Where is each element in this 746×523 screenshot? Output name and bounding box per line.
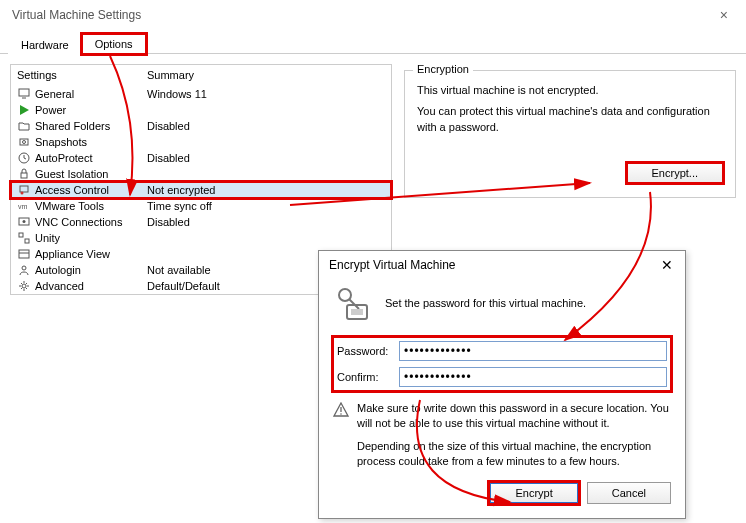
autologin-icon: [17, 263, 31, 277]
row-label: VNC Connections: [35, 216, 147, 228]
settings-row-vnc-connections[interactable]: VNC ConnectionsDisabled: [11, 214, 391, 230]
key-icon: [333, 283, 373, 323]
snapshot-icon: [17, 135, 31, 149]
svg-rect-14: [19, 250, 29, 258]
row-summary: Disabled: [147, 216, 385, 228]
settings-row-vmware-tools[interactable]: vmVMware ToolsTime sync off: [11, 198, 391, 214]
svg-marker-2: [20, 105, 29, 115]
svg-point-24: [340, 413, 342, 415]
row-label: Power: [35, 104, 147, 116]
svg-rect-12: [19, 233, 23, 237]
settings-row-general[interactable]: GeneralWindows 11: [11, 86, 391, 102]
tabstrip: Hardware Options: [0, 32, 746, 54]
header-settings: Settings: [17, 69, 147, 81]
clock-icon: [17, 151, 31, 165]
monitor-icon: [17, 87, 31, 101]
row-summary: Windows 11: [147, 88, 385, 100]
tools-icon: vm: [17, 199, 31, 213]
svg-text:vm: vm: [18, 203, 28, 210]
svg-point-17: [22, 284, 26, 288]
settings-row-guest-isolation[interactable]: Guest Isolation: [11, 166, 391, 182]
advanced-icon: [17, 279, 31, 293]
row-summary: Disabled: [147, 152, 385, 164]
header-summary: Summary: [147, 69, 385, 81]
encrypt-dialog: Encrypt Virtual Machine ✕ Set the passwo…: [318, 250, 686, 519]
dialog-close-icon[interactable]: ✕: [657, 257, 677, 273]
titlebar: Virtual Machine Settings ×: [0, 0, 746, 30]
groupbox-legend: Encryption: [413, 63, 473, 75]
svg-rect-3: [20, 139, 28, 145]
svg-rect-13: [25, 239, 29, 243]
play-icon: [17, 103, 31, 117]
unity-icon: [17, 231, 31, 245]
settings-row-shared-folders[interactable]: Shared FoldersDisabled: [11, 118, 391, 134]
confirm-label: Confirm:: [337, 371, 399, 383]
row-summary: Not encrypted: [147, 184, 385, 196]
confirm-field[interactable]: [399, 367, 667, 387]
svg-rect-0: [19, 89, 29, 96]
row-label: Autologin: [35, 264, 147, 276]
svg-point-16: [22, 266, 26, 270]
settings-row-autoprotect[interactable]: AutoProtectDisabled: [11, 150, 391, 166]
encrypt-button[interactable]: Encrypt...: [627, 163, 723, 183]
warning-icon: [333, 402, 349, 418]
svg-point-4: [23, 141, 26, 144]
dialog-note: Depending on the size of this virtual ma…: [357, 439, 671, 469]
encryption-line2: You can protect this virtual machine's d…: [417, 104, 723, 135]
lock-icon: [17, 167, 31, 181]
dialog-warning: Make sure to write down this password in…: [357, 401, 671, 431]
dialog-prompt: Set the password for this virtual machin…: [385, 297, 586, 309]
svg-rect-7: [20, 186, 28, 192]
row-summary: Time sync off: [147, 200, 385, 212]
row-label: Snapshots: [35, 136, 147, 148]
svg-rect-6: [21, 173, 27, 178]
settings-row-access-control[interactable]: Access ControlNot encrypted: [11, 182, 391, 198]
row-label: Appliance View: [35, 248, 147, 260]
dialog-encrypt-button[interactable]: Encrypt: [489, 482, 578, 504]
window-title: Virtual Machine Settings: [12, 8, 141, 22]
dialog-title: Encrypt Virtual Machine: [329, 258, 456, 272]
vnc-icon: [17, 215, 31, 229]
encryption-line1: This virtual machine is not encrypted.: [417, 83, 723, 98]
row-summary: Disabled: [147, 120, 385, 132]
access-icon: [17, 183, 31, 197]
settings-row-unity[interactable]: Unity: [11, 230, 391, 246]
settings-row-snapshots[interactable]: Snapshots: [11, 134, 391, 150]
row-label: Access Control: [35, 184, 147, 196]
tab-options[interactable]: Options: [82, 34, 146, 54]
svg-point-8: [21, 192, 24, 195]
appliance-icon: [17, 247, 31, 261]
folder-icon: [17, 119, 31, 133]
row-label: Guest Isolation: [35, 168, 147, 180]
list-header: Settings Summary: [11, 65, 391, 86]
encryption-groupbox: Encryption This virtual machine is not e…: [404, 70, 736, 198]
settings-row-power[interactable]: Power: [11, 102, 391, 118]
row-label: Unity: [35, 232, 147, 244]
row-label: General: [35, 88, 147, 100]
row-label: Shared Folders: [35, 120, 147, 132]
row-label: Advanced: [35, 280, 147, 292]
dialog-titlebar: Encrypt Virtual Machine ✕: [319, 251, 685, 279]
password-label: Password:: [337, 345, 399, 357]
tab-hardware[interactable]: Hardware: [8, 35, 82, 54]
password-field[interactable]: [399, 341, 667, 361]
close-icon[interactable]: ×: [712, 5, 736, 25]
svg-rect-21: [351, 309, 363, 315]
svg-point-11: [23, 220, 26, 223]
row-label: AutoProtect: [35, 152, 147, 164]
dialog-cancel-button[interactable]: Cancel: [587, 482, 671, 504]
row-label: VMware Tools: [35, 200, 147, 212]
